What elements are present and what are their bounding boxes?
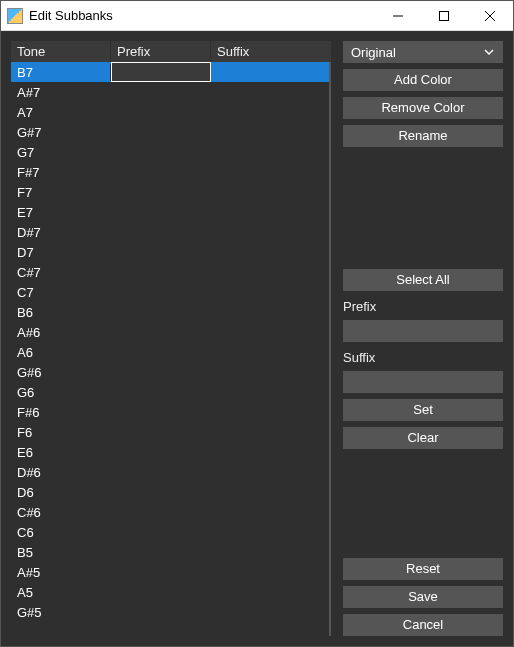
tone-cell: D6 [11, 484, 111, 501]
prefix-cell [111, 451, 211, 453]
cancel-button[interactable]: Cancel [343, 614, 503, 636]
close-button[interactable] [467, 1, 513, 31]
suffix-cell [211, 471, 329, 473]
tone-cell: D#6 [11, 464, 111, 481]
tone-cell: C#7 [11, 264, 111, 281]
table-row[interactable]: G6 [11, 382, 329, 402]
table-row[interactable]: C7 [11, 282, 329, 302]
table-row[interactable]: B7 [11, 62, 329, 82]
titlebar: Edit Subbanks [1, 1, 513, 31]
spacer [343, 153, 503, 263]
table-row[interactable]: B6 [11, 302, 329, 322]
table-row[interactable]: A5 [11, 582, 329, 602]
table-row[interactable]: A#6 [11, 322, 329, 342]
suffix-input[interactable] [343, 371, 503, 393]
table-row[interactable]: E7 [11, 202, 329, 222]
table-row[interactable]: A#5 [11, 562, 329, 582]
table-row[interactable]: F7 [11, 182, 329, 202]
tone-cell: B6 [11, 304, 111, 321]
table-row[interactable]: G#5 [11, 602, 329, 622]
select-all-button[interactable]: Select All [343, 269, 503, 291]
suffix-cell [211, 231, 329, 233]
suffix-cell [211, 511, 329, 513]
suffix-cell [211, 91, 329, 93]
table-row[interactable]: E6 [11, 442, 329, 462]
table-row[interactable]: C#6 [11, 502, 329, 522]
suffix-cell [211, 411, 329, 413]
suffix-label: Suffix [343, 350, 503, 365]
set-button[interactable]: Set [343, 399, 503, 421]
maximize-button[interactable] [421, 1, 467, 31]
column-header-tone[interactable]: Tone [11, 41, 111, 62]
suffix-cell [211, 611, 329, 613]
prefix-cell [111, 191, 211, 193]
tone-cell: B5 [11, 544, 111, 561]
table-row[interactable]: G#7 [11, 122, 329, 142]
prefix-cell [111, 291, 211, 293]
table-body[interactable]: B7A#7A7G#7G7F#7F7E7D#7D7C#7C7B6A#6A6G#6G… [11, 62, 331, 636]
table-row[interactable]: C#7 [11, 262, 329, 282]
side-panel: Original Add Color Remove Color Rename S… [343, 41, 503, 636]
tone-cell: G#5 [11, 604, 111, 621]
tone-cell: C#6 [11, 504, 111, 521]
chevron-down-icon [483, 46, 495, 58]
table-row[interactable]: G#6 [11, 362, 329, 382]
minimize-button[interactable] [375, 1, 421, 31]
tone-cell: A#7 [11, 84, 111, 101]
reset-button[interactable]: Reset [343, 558, 503, 580]
table-row[interactable]: F6 [11, 422, 329, 442]
tone-cell: C6 [11, 524, 111, 541]
save-button[interactable]: Save [343, 586, 503, 608]
table-row[interactable]: B5 [11, 542, 329, 562]
suffix-cell [211, 71, 329, 73]
prefix-input[interactable] [343, 320, 503, 342]
table-row[interactable]: A#7 [11, 82, 329, 102]
table-row[interactable]: F#6 [11, 402, 329, 422]
table-row[interactable]: D#7 [11, 222, 329, 242]
clear-button[interactable]: Clear [343, 427, 503, 449]
color-select[interactable]: Original [343, 41, 503, 63]
prefix-cell [111, 391, 211, 393]
prefix-label: Prefix [343, 299, 503, 314]
prefix-cell-editing[interactable] [111, 62, 211, 82]
table-row[interactable]: D7 [11, 242, 329, 262]
table-row[interactable]: A6 [11, 342, 329, 362]
maximize-icon [439, 11, 449, 21]
table-row[interactable]: A7 [11, 102, 329, 122]
suffix-cell [211, 371, 329, 373]
suffix-cell [211, 391, 329, 393]
table-row[interactable]: G7 [11, 142, 329, 162]
color-select-value: Original [351, 45, 396, 60]
table-row[interactable]: F#7 [11, 162, 329, 182]
remove-color-button[interactable]: Remove Color [343, 97, 503, 119]
bottom-buttons: Reset Save Cancel [343, 558, 503, 636]
column-header-prefix[interactable]: Prefix [111, 41, 211, 62]
prefix-cell [111, 251, 211, 253]
prefix-cell [111, 91, 211, 93]
tone-cell: G#7 [11, 124, 111, 141]
suffix-cell [211, 551, 329, 553]
column-header-suffix[interactable]: Suffix [211, 41, 331, 62]
prefix-cell [111, 491, 211, 493]
prefix-cell [111, 591, 211, 593]
prefix-cell [111, 571, 211, 573]
suffix-cell [211, 491, 329, 493]
suffix-cell [211, 211, 329, 213]
svg-rect-0 [440, 11, 449, 20]
suffix-cell [211, 351, 329, 353]
tone-cell: D#7 [11, 224, 111, 241]
close-icon [485, 11, 495, 21]
tone-cell: A5 [11, 584, 111, 601]
table-row[interactable]: C6 [11, 522, 329, 542]
add-color-button[interactable]: Add Color [343, 69, 503, 91]
tone-cell: C7 [11, 284, 111, 301]
prefix-cell [111, 111, 211, 113]
prefix-cell [111, 431, 211, 433]
rename-button[interactable]: Rename [343, 125, 503, 147]
table-row[interactable]: D6 [11, 482, 329, 502]
table-row[interactable]: D#6 [11, 462, 329, 482]
tone-table: Tone Prefix Suffix B7A#7A7G#7G7F#7F7E7D#… [11, 41, 331, 636]
prefix-cell [111, 231, 211, 233]
tone-cell: A7 [11, 104, 111, 121]
prefix-cell [111, 471, 211, 473]
